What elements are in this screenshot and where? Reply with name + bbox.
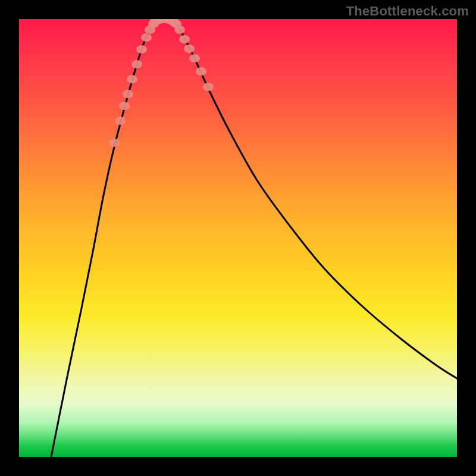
marker-dot (196, 67, 206, 76)
marker-dot (179, 35, 190, 43)
marker-dot (184, 45, 195, 53)
marker-dot (131, 60, 142, 68)
chart-stage: TheBottleneck.com (0, 0, 476, 476)
marker-dot (109, 139, 120, 147)
series-bottleneck-v-right (175, 22, 457, 378)
marker-dots (109, 19, 214, 147)
marker-dot (174, 26, 185, 34)
marker-dot (203, 83, 214, 91)
marker-dot (127, 75, 137, 83)
watermark-text: TheBottleneck.com (346, 4, 469, 19)
series-bottleneck-v-left (51, 22, 155, 457)
marker-dot (189, 54, 200, 62)
marker-dot (119, 102, 130, 110)
marker-dot (136, 45, 147, 54)
marker-dot (141, 33, 152, 42)
marker-dot (115, 117, 126, 125)
marker-dot (123, 90, 133, 98)
plot-area (19, 19, 457, 457)
curve-paths (51, 19, 457, 457)
curve-layer (19, 19, 457, 457)
